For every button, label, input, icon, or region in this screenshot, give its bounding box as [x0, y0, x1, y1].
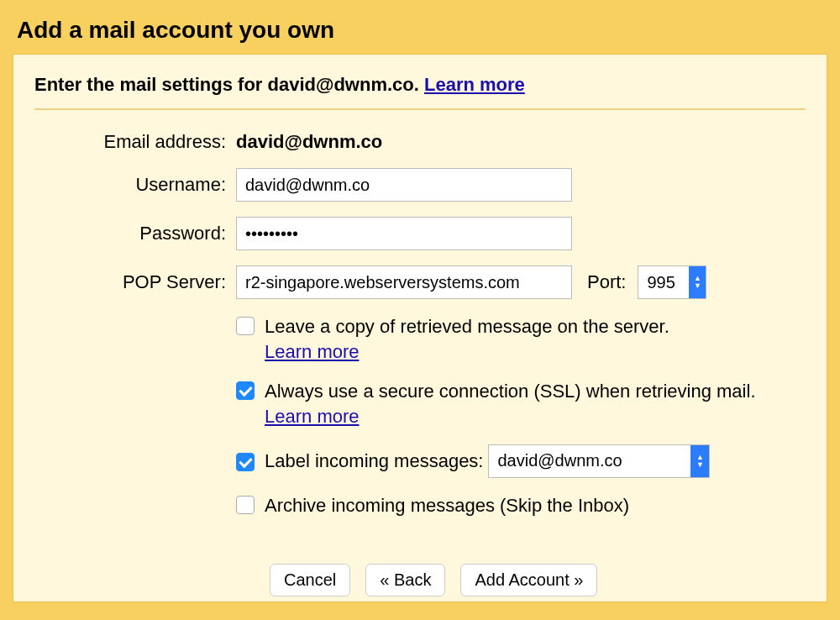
pop-server-input[interactable] — [236, 265, 572, 299]
leave-copy-label: Leave a copy of retrieved message on the… — [265, 314, 669, 364]
learn-more-link[interactable]: Learn more — [424, 74, 525, 95]
instruction-suffix: . — [414, 74, 424, 95]
password-input[interactable] — [236, 217, 572, 250]
label-incoming-row: Label incoming messages: david@dwnm.co ▲… — [60, 444, 806, 478]
cancel-button[interactable]: Cancel — [270, 564, 350, 596]
updown-arrows-icon: ▲▼ — [690, 445, 709, 477]
leave-copy-learn-more[interactable]: Learn more — [265, 341, 360, 362]
dialog-frame: Add a mail account you own Enter the mai… — [0, 0, 840, 620]
username-label: Username: — [60, 174, 236, 196]
port-value: 995 — [647, 273, 689, 292]
email-value: david@dwnm.co — [236, 131, 382, 153]
instruction-email: david@dwnm.co — [268, 74, 414, 95]
pop-label: POP Server: — [60, 271, 236, 293]
archive-checkbox[interactable] — [236, 496, 255, 514]
archive-row: Archive incoming messages (Skip the Inbo… — [60, 493, 806, 518]
title-bar: Add a mail account you own — [13, 13, 827, 54]
button-row: Cancel « Back Add Account » — [60, 564, 806, 596]
instruction-prefix: Enter the mail settings for — [34, 74, 268, 95]
ssl-checkbox[interactable] — [236, 381, 255, 400]
email-label: Email address: — [60, 131, 236, 153]
dialog-title: Add a mail account you own — [17, 17, 827, 44]
updown-arrows-icon: ▲▼ — [689, 266, 706, 298]
archive-label: Archive incoming messages (Skip the Inbo… — [265, 493, 629, 518]
email-row: Email address: david@dwnm.co — [60, 131, 806, 153]
back-button[interactable]: « Back — [365, 564, 445, 596]
username-row: Username: — [60, 168, 806, 202]
label-incoming-checkbox[interactable] — [236, 453, 255, 471]
content-panel: Enter the mail settings for david@dwnm.c… — [13, 54, 827, 602]
password-row: Password: — [60, 217, 806, 250]
label-incoming-label: Label incoming messages: david@dwnm.co ▲… — [265, 444, 710, 478]
label-select-value: david@dwnm.co — [497, 449, 690, 472]
port-select[interactable]: 995 ▲▼ — [638, 265, 706, 299]
leave-copy-row: Leave a copy of retrieved message on the… — [60, 314, 806, 364]
leave-copy-checkbox[interactable] — [236, 317, 255, 335]
form-area: Email address: david@dwnm.co Username: P… — [34, 131, 806, 596]
port-label: Port: — [587, 271, 626, 293]
pop-row: POP Server: Port: 995 ▲▼ — [60, 265, 806, 299]
password-label: Password: — [60, 223, 236, 244]
ssl-learn-more[interactable]: Learn more — [265, 406, 360, 427]
ssl-label: Always use a secure connection (SSL) whe… — [265, 379, 802, 428]
username-input[interactable] — [236, 168, 572, 202]
label-select[interactable]: david@dwnm.co ▲▼ — [488, 444, 710, 478]
add-account-button[interactable]: Add Account » — [460, 564, 597, 596]
instruction-row: Enter the mail settings for david@dwnm.c… — [34, 67, 806, 110]
ssl-row: Always use a secure connection (SSL) whe… — [60, 379, 806, 428]
